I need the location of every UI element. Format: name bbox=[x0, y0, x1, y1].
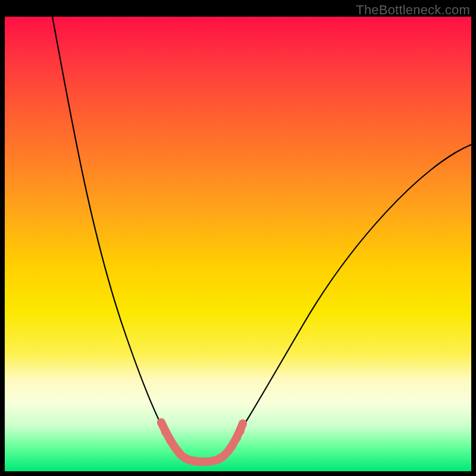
chart-root: TheBottleneck.com bbox=[0, 0, 476, 476]
watermark-text: TheBottleneck.com bbox=[356, 2, 470, 18]
plot-area bbox=[5, 17, 471, 471]
gradient-background bbox=[5, 17, 471, 471]
